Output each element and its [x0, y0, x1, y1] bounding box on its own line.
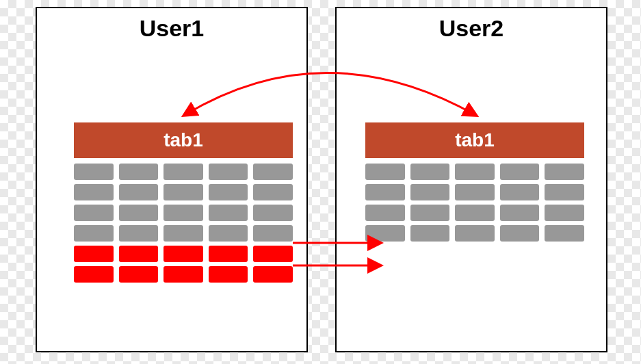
data-cell — [410, 225, 450, 242]
data-cell — [455, 205, 495, 221]
user1-title: User1 — [37, 15, 306, 42]
user2-panel: User2 tab1 — [335, 7, 607, 352]
user1-panel: User1 tab1 — [36, 7, 308, 352]
data-cell — [500, 184, 540, 200]
data-cell-new — [163, 266, 203, 283]
data-cell-new — [119, 246, 159, 262]
data-cell — [365, 164, 405, 180]
data-cell — [455, 225, 495, 242]
user1-tab-header: tab1 — [74, 122, 293, 158]
data-cell — [119, 205, 159, 221]
data-cell — [545, 205, 584, 221]
data-cell — [119, 225, 159, 242]
data-cell — [209, 225, 248, 242]
data-cell — [545, 184, 584, 200]
data-cell — [119, 164, 159, 180]
data-cell-new — [209, 246, 248, 262]
data-cell — [500, 205, 540, 221]
data-cell — [163, 184, 203, 200]
data-cell — [365, 184, 405, 200]
user2-tab-block: tab1 — [365, 122, 584, 242]
data-cell — [74, 225, 114, 242]
data-cell — [253, 184, 293, 200]
data-cell — [455, 164, 495, 180]
data-cell-new — [253, 246, 293, 262]
data-cell — [253, 205, 293, 221]
data-cell — [545, 164, 584, 180]
data-cell — [365, 225, 405, 242]
data-cell-new — [253, 266, 293, 283]
data-cell — [163, 225, 203, 242]
user2-title: User2 — [337, 15, 606, 42]
data-cell — [410, 184, 450, 200]
data-cell — [119, 184, 159, 200]
data-cell-new — [74, 266, 114, 283]
data-cell — [365, 205, 405, 221]
data-cell-new — [163, 246, 203, 262]
data-cell-new — [209, 266, 248, 283]
data-cell — [410, 205, 450, 221]
data-cell — [209, 205, 248, 221]
data-cell — [545, 225, 584, 242]
data-cell — [253, 164, 293, 180]
data-cell — [163, 164, 203, 180]
data-cell — [74, 205, 114, 221]
data-cell-new — [74, 246, 114, 262]
data-cell-new — [119, 266, 159, 283]
data-cell — [74, 184, 114, 200]
data-cell — [209, 164, 248, 180]
data-cell — [163, 205, 203, 221]
data-cell — [253, 225, 293, 242]
user1-tab-block: tab1 — [74, 122, 293, 283]
data-cell — [74, 164, 114, 180]
data-cell — [410, 164, 450, 180]
data-cell — [500, 225, 540, 242]
data-cell — [455, 184, 495, 200]
user2-tab-header: tab1 — [365, 122, 584, 158]
data-cell — [209, 184, 248, 200]
data-cell — [500, 164, 540, 180]
user2-cell-grid — [365, 164, 584, 242]
user1-cell-grid — [74, 164, 293, 283]
